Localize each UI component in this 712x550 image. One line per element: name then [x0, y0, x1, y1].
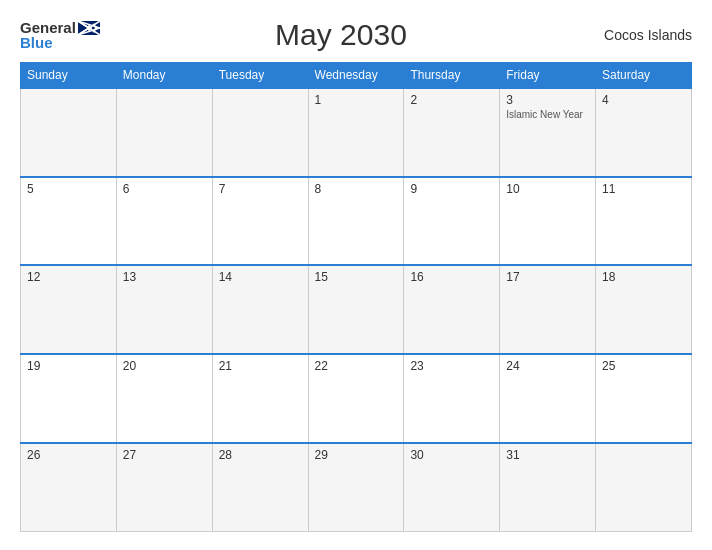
day-number: 30	[410, 448, 493, 462]
event-label: Islamic New Year	[506, 109, 589, 120]
svg-point-8	[92, 29, 95, 32]
day-number: 13	[123, 270, 206, 284]
day-number: 7	[219, 182, 302, 196]
calendar-cell: 26	[21, 443, 117, 532]
calendar-cell: 5	[21, 177, 117, 266]
day-number: 22	[315, 359, 398, 373]
day-number: 1	[315, 93, 398, 107]
calendar-cell: 18	[596, 265, 692, 354]
calendar-cell: 1	[308, 88, 404, 177]
calendar-cell: 16	[404, 265, 500, 354]
calendar-title: May 2030	[100, 18, 582, 52]
calendar-cell	[212, 88, 308, 177]
day-number: 18	[602, 270, 685, 284]
calendar-cell	[596, 443, 692, 532]
calendar-cell: 10	[500, 177, 596, 266]
calendar-cell: 20	[116, 354, 212, 443]
day-number: 24	[506, 359, 589, 373]
day-number: 29	[315, 448, 398, 462]
calendar-cell: 22	[308, 354, 404, 443]
calendar-cell: 19	[21, 354, 117, 443]
day-number: 11	[602, 182, 685, 196]
logo-flag-icon	[78, 21, 100, 35]
day-number: 23	[410, 359, 493, 373]
day-number: 31	[506, 448, 589, 462]
day-number: 5	[27, 182, 110, 196]
calendar-cell: 23	[404, 354, 500, 443]
calendar-week-row: 262728293031	[21, 443, 692, 532]
calendar-cell: 29	[308, 443, 404, 532]
day-number: 27	[123, 448, 206, 462]
weekday-header-row: Sunday Monday Tuesday Wednesday Thursday…	[21, 63, 692, 89]
calendar-body: 123Islamic New Year456789101112131415161…	[21, 88, 692, 532]
calendar-cell: 11	[596, 177, 692, 266]
calendar-week-row: 123Islamic New Year4	[21, 88, 692, 177]
day-number: 21	[219, 359, 302, 373]
calendar-cell	[21, 88, 117, 177]
calendar-table: Sunday Monday Tuesday Wednesday Thursday…	[20, 62, 692, 532]
region-label: Cocos Islands	[582, 27, 692, 43]
calendar-cell: 7	[212, 177, 308, 266]
calendar-cell: 8	[308, 177, 404, 266]
day-number: 19	[27, 359, 110, 373]
calendar-cell: 15	[308, 265, 404, 354]
calendar-cell: 12	[21, 265, 117, 354]
day-number: 20	[123, 359, 206, 373]
day-number: 4	[602, 93, 685, 107]
day-number: 10	[506, 182, 589, 196]
calendar-week-row: 12131415161718	[21, 265, 692, 354]
day-number: 15	[315, 270, 398, 284]
header: General Blue May 2030 Cocos Islands	[20, 18, 692, 52]
day-number: 12	[27, 270, 110, 284]
calendar-cell: 21	[212, 354, 308, 443]
calendar-week-row: 19202122232425	[21, 354, 692, 443]
page: General Blue May 2030 Cocos Islands	[0, 0, 712, 550]
calendar-cell: 3Islamic New Year	[500, 88, 596, 177]
logo: General Blue	[20, 20, 100, 50]
calendar-cell: 24	[500, 354, 596, 443]
day-number: 6	[123, 182, 206, 196]
calendar-cell: 9	[404, 177, 500, 266]
calendar-week-row: 567891011	[21, 177, 692, 266]
calendar-cell: 31	[500, 443, 596, 532]
calendar-cell: 2	[404, 88, 500, 177]
calendar-cell: 30	[404, 443, 500, 532]
header-tuesday: Tuesday	[212, 63, 308, 89]
calendar-cell: 13	[116, 265, 212, 354]
calendar-cell: 17	[500, 265, 596, 354]
day-number: 3	[506, 93, 589, 107]
calendar-cell: 6	[116, 177, 212, 266]
day-number: 25	[602, 359, 685, 373]
calendar-cell: 4	[596, 88, 692, 177]
calendar-cell: 14	[212, 265, 308, 354]
day-number: 2	[410, 93, 493, 107]
header-wednesday: Wednesday	[308, 63, 404, 89]
header-monday: Monday	[116, 63, 212, 89]
calendar-cell	[116, 88, 212, 177]
header-friday: Friday	[500, 63, 596, 89]
day-number: 28	[219, 448, 302, 462]
header-thursday: Thursday	[404, 63, 500, 89]
day-number: 16	[410, 270, 493, 284]
day-number: 14	[219, 270, 302, 284]
logo-general-text: General	[20, 20, 76, 35]
svg-point-6	[92, 23, 95, 26]
header-sunday: Sunday	[21, 63, 117, 89]
day-number: 8	[315, 182, 398, 196]
svg-point-7	[94, 26, 97, 29]
calendar-cell: 28	[212, 443, 308, 532]
day-number: 26	[27, 448, 110, 462]
header-saturday: Saturday	[596, 63, 692, 89]
day-number: 9	[410, 182, 493, 196]
logo-blue-text: Blue	[20, 35, 53, 50]
calendar-cell: 25	[596, 354, 692, 443]
calendar-cell: 27	[116, 443, 212, 532]
day-number: 17	[506, 270, 589, 284]
svg-point-9	[90, 27, 92, 29]
